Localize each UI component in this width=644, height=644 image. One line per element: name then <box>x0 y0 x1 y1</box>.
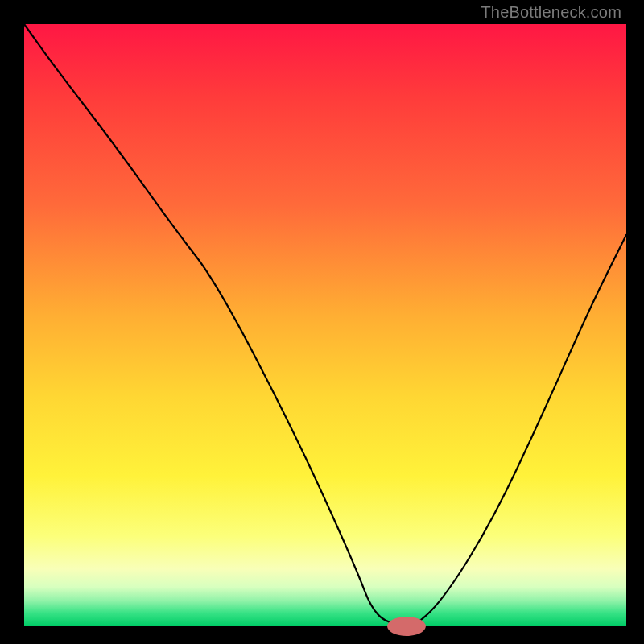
chart-frame: TheBottleneck.com <box>0 0 644 644</box>
optimal-marker <box>387 617 426 636</box>
bottleneck-chart <box>0 0 644 644</box>
chart-background-gradient <box>24 24 626 626</box>
attribution-text: TheBottleneck.com <box>481 3 621 22</box>
